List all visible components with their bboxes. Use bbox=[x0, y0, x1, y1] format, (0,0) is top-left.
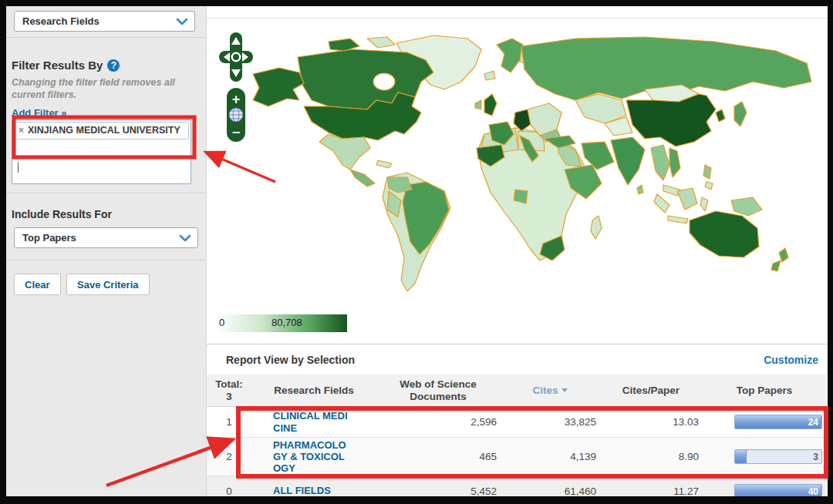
top-papers-value: 3 bbox=[813, 452, 818, 462]
zoom-out-icon[interactable]: − bbox=[232, 125, 241, 140]
results-table: Total:3 Research Fields Web of Science D… bbox=[207, 375, 827, 496]
sidebar-divider bbox=[6, 260, 206, 260]
map-legend: 0 80,708 bbox=[216, 314, 347, 332]
panel-divider bbox=[207, 18, 828, 18]
filter-results-heading: Filter Results By ? bbox=[12, 59, 120, 72]
top-papers-value: 24 bbox=[808, 417, 818, 428]
header-research-fields: Research Fields bbox=[251, 375, 376, 406]
pan-control[interactable] bbox=[219, 32, 253, 82]
cites-per-paper-value: 8.90 bbox=[679, 451, 699, 462]
clear-button[interactable]: Clear bbox=[14, 274, 61, 295]
header-total: Total:3 bbox=[207, 375, 251, 406]
include-results-heading-text: Include Results For bbox=[12, 208, 112, 220]
app-window: Research Fields Filter Results By ? Chan… bbox=[6, 6, 828, 496]
filter-tag-label: XINJIANG MEDICAL UNIVERSITY bbox=[28, 125, 180, 136]
row-rank: 1 bbox=[226, 416, 232, 428]
help-icon[interactable]: ? bbox=[107, 59, 120, 72]
world-map[interactable] bbox=[213, 26, 824, 308]
zoom-control[interactable]: + − bbox=[227, 88, 245, 142]
world-map-svg bbox=[213, 26, 824, 308]
report-header-bar: Report View by Selection Customize bbox=[207, 344, 828, 375]
cites-value: 4,139 bbox=[570, 451, 596, 462]
add-filter-link[interactable]: Add Filter » bbox=[12, 107, 67, 119]
row-rank: 0 bbox=[226, 486, 232, 497]
cites-value: 61,460 bbox=[565, 486, 596, 497]
documents-value: 5,452 bbox=[470, 486, 497, 497]
include-results-dropdown[interactable]: Top Papers bbox=[14, 227, 198, 248]
sort-desc-icon bbox=[562, 388, 568, 392]
save-criteria-button[interactable]: Save Criteria bbox=[66, 274, 150, 295]
remove-filter-icon[interactable]: × bbox=[19, 125, 24, 136]
table-row: 0 ALL FIELDS 5,452 61,460 11.27 40 bbox=[207, 476, 827, 496]
table-header-row: Total:3 Research Fields Web of Science D… bbox=[207, 375, 827, 407]
research-fields-dropdown[interactable]: Research Fields bbox=[14, 11, 195, 32]
main-panel: + − 0 80,708 Report View by Selecti bbox=[207, 6, 828, 496]
sidebar-divider bbox=[6, 193, 206, 193]
cites-value: 33,825 bbox=[565, 416, 596, 428]
cites-per-paper-value: 11.27 bbox=[673, 486, 699, 497]
include-results-heading: Include Results For bbox=[12, 208, 112, 220]
research-fields-dropdown-value: Research Fields bbox=[22, 15, 99, 27]
report-title: Report View by Selection bbox=[226, 354, 355, 366]
include-results-dropdown-value: Top Papers bbox=[22, 232, 76, 244]
header-cites[interactable]: Cites bbox=[500, 375, 600, 406]
map-controls: + − bbox=[218, 29, 255, 150]
legend-max-label: 80,708 bbox=[271, 317, 302, 328]
documents-value: 465 bbox=[479, 451, 497, 462]
table-row: 2 PHARMACOLOGY & TOXICOLOGY 465 4,139 8.… bbox=[207, 438, 827, 476]
documents-value: 2,596 bbox=[470, 416, 497, 428]
field-link[interactable]: PHARMACOLOGY & TOXICOLOGY bbox=[273, 439, 349, 475]
filter-sidebar: Research Fields Filter Results By ? Chan… bbox=[6, 6, 207, 496]
legend-min-label: 0 bbox=[219, 317, 224, 328]
top-papers-value: 40 bbox=[808, 486, 818, 497]
text-caret bbox=[18, 162, 19, 173]
field-link[interactable]: ALL FIELDS bbox=[273, 485, 358, 496]
header-top-papers: Top Papers bbox=[702, 375, 827, 406]
header-cites-per-paper: Cites/Paper bbox=[600, 375, 702, 406]
cites-per-paper-value: 13.03 bbox=[673, 416, 699, 428]
header-documents: Web of Science Documents bbox=[376, 375, 500, 406]
top-papers-bar: 40 bbox=[734, 484, 822, 497]
top-papers-bar: 3 bbox=[734, 449, 822, 464]
filter-results-heading-text: Filter Results By bbox=[12, 59, 103, 72]
filter-note: Changing the filter field removes all cu… bbox=[12, 77, 200, 101]
top-papers-bar: 24 bbox=[734, 415, 822, 429]
customize-link[interactable]: Customize bbox=[764, 354, 818, 366]
row-rank: 2 bbox=[226, 451, 232, 462]
table-row: 1 CLINICAL MEDICINE 2,596 33,825 13.03 2… bbox=[207, 407, 827, 438]
sidebar-divider bbox=[6, 37, 206, 38]
filter-input-box[interactable]: × XINJIANG MEDICAL UNIVERSITY bbox=[12, 119, 191, 184]
field-link[interactable]: CLINICAL MEDICINE bbox=[273, 410, 349, 434]
filter-tag: × XINJIANG MEDICAL UNIVERSITY bbox=[14, 122, 189, 139]
screenshot-frame: Research Fields Filter Results By ? Chan… bbox=[0, 0, 833, 504]
chevron-down-icon bbox=[179, 234, 191, 242]
chevron-down-icon bbox=[176, 18, 188, 25]
zoom-in-icon[interactable]: + bbox=[232, 92, 241, 107]
